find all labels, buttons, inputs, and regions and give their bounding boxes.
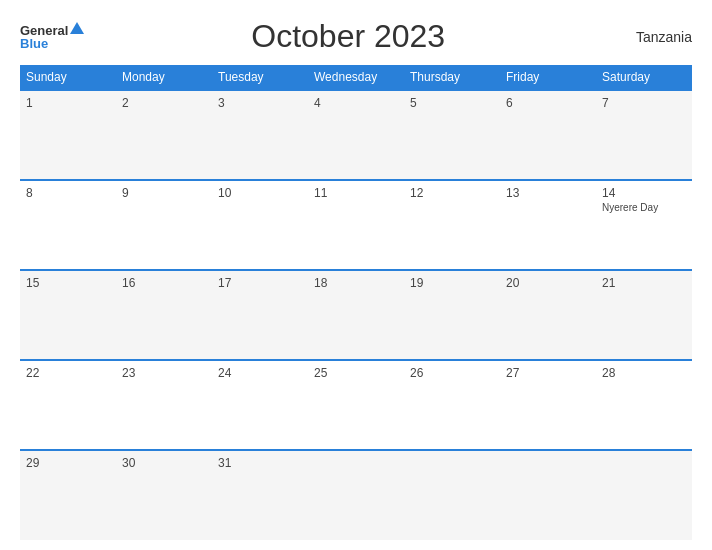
header-monday: Monday [116, 65, 212, 90]
day-number: 25 [314, 366, 398, 380]
logo-general-text: General [20, 24, 68, 37]
calendar-cell: 1 [20, 90, 116, 180]
calendar-cell: 8 [20, 180, 116, 270]
day-number: 10 [218, 186, 302, 200]
calendar-cell: 15 [20, 270, 116, 360]
calendar-cell: 26 [404, 360, 500, 450]
header-thursday: Thursday [404, 65, 500, 90]
day-number: 9 [122, 186, 206, 200]
day-number: 1 [26, 96, 110, 110]
day-number: 12 [410, 186, 494, 200]
calendar-week-row: 891011121314Nyerere Day [20, 180, 692, 270]
header: General Blue October 2023 Tanzania [20, 18, 692, 55]
calendar-cell: 12 [404, 180, 500, 270]
calendar-cell: 31 [212, 450, 308, 540]
header-wednesday: Wednesday [308, 65, 404, 90]
logo: General Blue [20, 24, 84, 50]
calendar-week-row: 293031 [20, 450, 692, 540]
day-number: 16 [122, 276, 206, 290]
day-number: 20 [506, 276, 590, 290]
day-number: 7 [602, 96, 686, 110]
day-number: 31 [218, 456, 302, 470]
calendar-cell: 3 [212, 90, 308, 180]
calendar-cell: 2 [116, 90, 212, 180]
calendar-week-row: 1234567 [20, 90, 692, 180]
calendar-cell: 21 [596, 270, 692, 360]
logo-triangle-icon [70, 22, 84, 34]
calendar-cell: 30 [116, 450, 212, 540]
day-number: 5 [410, 96, 494, 110]
day-number: 23 [122, 366, 206, 380]
calendar-page: General Blue October 2023 Tanzania Sunda… [0, 0, 712, 550]
days-header-row: Sunday Monday Tuesday Wednesday Thursday… [20, 65, 692, 90]
calendar-cell: 6 [500, 90, 596, 180]
calendar-week-row: 22232425262728 [20, 360, 692, 450]
logo-blue-text: Blue [20, 37, 48, 50]
country-label: Tanzania [612, 29, 692, 45]
calendar-cell: 5 [404, 90, 500, 180]
calendar-cell: 22 [20, 360, 116, 450]
day-number: 2 [122, 96, 206, 110]
calendar-cell: 23 [116, 360, 212, 450]
day-number: 18 [314, 276, 398, 290]
calendar-cell: 9 [116, 180, 212, 270]
day-number: 4 [314, 96, 398, 110]
day-number: 17 [218, 276, 302, 290]
day-number: 26 [410, 366, 494, 380]
day-number: 13 [506, 186, 590, 200]
calendar-cell: 16 [116, 270, 212, 360]
day-number: 15 [26, 276, 110, 290]
day-number: 3 [218, 96, 302, 110]
calendar-cell: 14Nyerere Day [596, 180, 692, 270]
day-number: 8 [26, 186, 110, 200]
calendar-week-row: 15161718192021 [20, 270, 692, 360]
day-number: 11 [314, 186, 398, 200]
day-number: 29 [26, 456, 110, 470]
header-saturday: Saturday [596, 65, 692, 90]
calendar-cell: 29 [20, 450, 116, 540]
calendar-cell: 25 [308, 360, 404, 450]
calendar-cell: 13 [500, 180, 596, 270]
day-number: 21 [602, 276, 686, 290]
calendar-cell: 4 [308, 90, 404, 180]
day-number: 28 [602, 366, 686, 380]
day-number: 19 [410, 276, 494, 290]
day-number: 30 [122, 456, 206, 470]
day-number: 24 [218, 366, 302, 380]
calendar-cell: 27 [500, 360, 596, 450]
header-sunday: Sunday [20, 65, 116, 90]
day-number: 27 [506, 366, 590, 380]
header-tuesday: Tuesday [212, 65, 308, 90]
calendar-cell [404, 450, 500, 540]
day-number: 14 [602, 186, 686, 200]
header-friday: Friday [500, 65, 596, 90]
calendar-cell [308, 450, 404, 540]
calendar-cell [500, 450, 596, 540]
holiday-name: Nyerere Day [602, 202, 686, 213]
day-number: 6 [506, 96, 590, 110]
calendar-cell: 10 [212, 180, 308, 270]
calendar-title: October 2023 [84, 18, 612, 55]
calendar-cell: 17 [212, 270, 308, 360]
day-number: 22 [26, 366, 110, 380]
calendar-cell: 19 [404, 270, 500, 360]
calendar-cell: 28 [596, 360, 692, 450]
calendar-cell [596, 450, 692, 540]
calendar-cell: 18 [308, 270, 404, 360]
calendar-cell: 11 [308, 180, 404, 270]
calendar-table: Sunday Monday Tuesday Wednesday Thursday… [20, 65, 692, 540]
calendar-cell: 20 [500, 270, 596, 360]
calendar-cell: 24 [212, 360, 308, 450]
calendar-cell: 7 [596, 90, 692, 180]
